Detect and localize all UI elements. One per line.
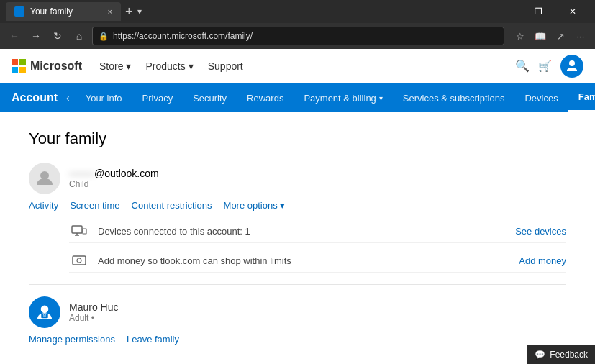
billing-chevron: ▾: [379, 94, 383, 102]
products-label: Products: [145, 60, 185, 72]
nav-billing-label: Payment & billing: [304, 93, 376, 104]
nav-item-family[interactable]: Fam: [568, 83, 595, 112]
search-button[interactable]: 🔍: [515, 59, 530, 73]
addressbar-actions: ☆ 📖 ↗ ···: [512, 27, 589, 45]
nav-security-label: Security: [193, 93, 227, 104]
logo-sq-green: [19, 59, 26, 65]
ms-logo[interactable]: Microsoft: [12, 59, 82, 73]
child-member-card: ·········@outlook.com Child Activity Scr…: [29, 163, 566, 285]
see-devices-link[interactable]: See devices: [515, 226, 566, 237]
nav-family-label: Fam: [578, 91, 595, 102]
address-text: https://account.microsoft.com/family/: [113, 31, 253, 41]
content-restrictions-link[interactable]: Content restrictions: [132, 200, 212, 211]
nav-devices-label: Devices: [524, 93, 558, 104]
money-icon: [69, 253, 89, 268]
add-money-link[interactable]: Add money: [519, 255, 566, 266]
child-member-info: ·········@outlook.com Child: [69, 168, 159, 189]
money-svg: [72, 255, 86, 266]
refresh-button[interactable]: ↻: [49, 27, 66, 45]
browser-addressbar: ← → ↻ ⌂ 🔒 https://account.microsoft.com/…: [0, 23, 595, 49]
child-avatar-icon: [35, 169, 54, 188]
ms-navbar: Microsoft Store ▾ Products ▾ Support 🔍 🛒: [0, 49, 595, 83]
reading-button[interactable]: 📖: [532, 27, 549, 45]
svg-rect-4: [83, 229, 86, 234]
child-member-links: Activity Screen time Content restriction…: [29, 200, 566, 211]
child-member-details: Devices connected to this account: 1 See…: [69, 219, 566, 273]
nav-item-privacy[interactable]: Privacy: [132, 83, 183, 112]
screen-time-link[interactable]: Screen time: [70, 200, 119, 211]
adult-name: Mauro Huc: [69, 301, 118, 313]
ms-logo-squares: [12, 59, 26, 73]
account-nav-items: Your info Privacy Security Rewards Payme…: [76, 83, 595, 112]
account-nav-chevron[interactable]: ‹: [66, 92, 70, 104]
devices-detail-row: Devices connected to this account: 1 See…: [69, 219, 566, 243]
address-box[interactable]: 🔒 https://account.microsoft.com/family/: [92, 27, 504, 45]
browser-tab[interactable]: Your family ×: [6, 2, 121, 21]
cart-button[interactable]: 🛒: [538, 60, 552, 73]
tab-favicon: [14, 6, 24, 17]
nav-item-security[interactable]: Security: [183, 83, 237, 112]
svg-point-7: [41, 306, 49, 314]
logo-sq-yellow: [19, 67, 26, 73]
browser-titlebar: Your family × + ▾ ─ ❐ ✕: [0, 0, 595, 23]
nav-item-services[interactable]: Services & subscriptions: [393, 83, 515, 112]
support-nav-link[interactable]: Support: [202, 58, 249, 75]
more-options-chevron: ▾: [280, 200, 285, 211]
adult-member-links: Manage permissions Leave family: [29, 334, 566, 345]
adult-avatar: M: [29, 296, 60, 328]
money-detail-row: Add money so tlook.com can shop within l…: [69, 249, 566, 273]
activity-link[interactable]: Activity: [29, 200, 58, 211]
home-button[interactable]: ⌂: [71, 27, 88, 45]
svg-text:M: M: [43, 314, 46, 318]
back-button[interactable]: ←: [6, 27, 23, 45]
more-options-link[interactable]: More options ▾: [224, 200, 285, 211]
money-text: Add money so tlook.com can shop within l…: [98, 255, 510, 266]
ms-logo-text: Microsoft: [30, 60, 82, 73]
new-tab-button[interactable]: +: [125, 5, 133, 18]
products-chevron: ▾: [189, 60, 194, 72]
devices-svg: [71, 225, 87, 237]
manage-permissions-link[interactable]: Manage permissions: [29, 334, 115, 345]
tab-close-button[interactable]: ×: [108, 7, 112, 16]
minimize-button[interactable]: ─: [487, 0, 520, 23]
child-member-email: ·········@outlook.com: [69, 168, 159, 179]
feedback-icon: 💬: [535, 350, 545, 360]
child-avatar: [29, 163, 60, 194]
adult-member-header: M Mauro Huc Adult •: [29, 296, 566, 328]
store-nav-link[interactable]: Store ▾: [94, 58, 137, 75]
account-nav-title[interactable]: Account: [12, 83, 66, 112]
favorites-button[interactable]: ☆: [512, 27, 529, 45]
user-avatar[interactable]: [560, 55, 583, 78]
svg-point-6: [77, 258, 81, 263]
products-nav-link[interactable]: Products ▾: [140, 58, 199, 75]
feedback-label: Feedback: [550, 350, 588, 360]
nav-item-devices[interactable]: Devices: [514, 83, 568, 112]
more-button[interactable]: ···: [572, 27, 589, 45]
leave-family-link[interactable]: Leave family: [127, 334, 179, 345]
ms-nav-right: 🔍 🛒: [515, 55, 583, 78]
forward-button[interactable]: →: [27, 27, 45, 45]
nav-item-rewards[interactable]: Rewards: [237, 83, 294, 112]
feedback-button[interactable]: 💬 Feedback: [527, 345, 595, 364]
window-controls: ─ ❐ ✕: [487, 0, 589, 23]
devices-icon: [69, 224, 89, 238]
nav-item-billing[interactable]: Payment & billing ▾: [294, 83, 392, 112]
nav-privacy-label: Privacy: [142, 93, 173, 104]
share-button[interactable]: ↗: [552, 27, 569, 45]
page-title: Your family: [29, 129, 566, 148]
restore-button[interactable]: ❐: [522, 0, 555, 23]
lock-icon: 🔒: [99, 32, 109, 41]
child-role: Child: [69, 179, 159, 189]
store-label: Store: [99, 60, 123, 72]
nav-yourinfo-label: Your info: [86, 93, 122, 104]
tab-list-button[interactable]: ▾: [137, 6, 142, 17]
nav-item-yourinfo[interactable]: Your info: [76, 83, 132, 112]
main-content: Your family ·········@outlook.com Child …: [0, 112, 595, 364]
close-button[interactable]: ✕: [556, 0, 589, 23]
nav-rewards-label: Rewards: [247, 93, 283, 104]
child-member-header: ·········@outlook.com Child: [29, 163, 566, 194]
adult-role: Adult •: [69, 313, 118, 323]
adult-avatar-icon: M: [35, 303, 54, 322]
adult-member-info: Mauro Huc Adult •: [69, 301, 118, 323]
adult-member-card: M Mauro Huc Adult • Manage permissions L…: [29, 296, 566, 364]
